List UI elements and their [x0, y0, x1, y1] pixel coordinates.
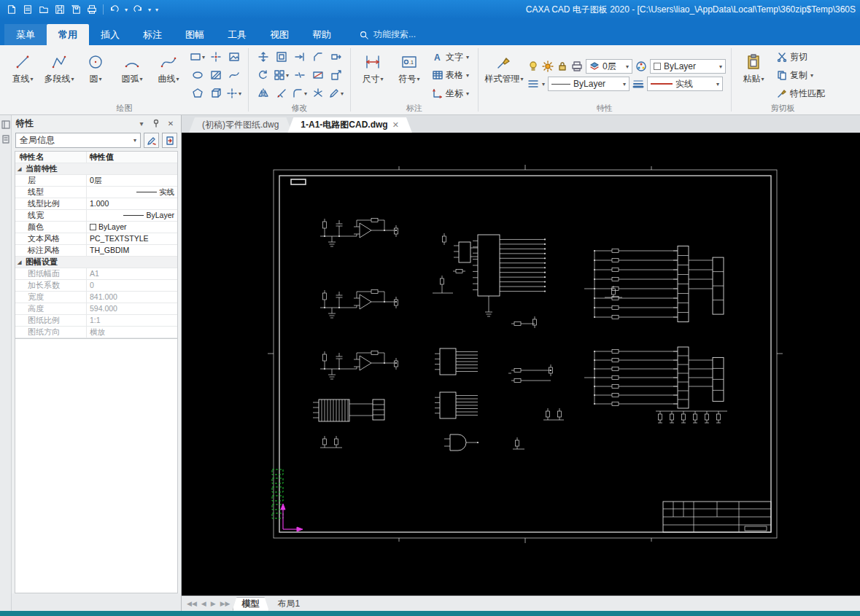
linetype-select[interactable]: ByLayer▾ — [548, 77, 629, 91]
bulb-icon[interactable] — [527, 61, 539, 72]
line-button[interactable]: 直线▾ — [6, 47, 39, 103]
rectangle-button[interactable]: ▾ — [188, 48, 206, 66]
save-icon[interactable] — [53, 2, 67, 17]
redo-caret-icon[interactable]: ▾ — [147, 7, 152, 13]
cut-button[interactable]: 剪切 — [773, 49, 829, 66]
tab-close-icon[interactable]: ✕ — [392, 120, 399, 130]
draw-extra-tools: ▾ ▾ — [188, 47, 243, 103]
chamfer-button[interactable] — [309, 48, 327, 66]
model-tab[interactable]: 模型 — [233, 597, 269, 611]
panel-menu-caret-icon[interactable]: ▾ — [136, 117, 147, 129]
hatch-button[interactable] — [206, 66, 225, 85]
menu-tab-tools[interactable]: 工具 — [216, 24, 258, 45]
drawing-canvas[interactable] — [182, 133, 860, 596]
text-button[interactable]: A文字▾ — [429, 49, 473, 66]
menu-tab-dimension[interactable]: 标注 — [131, 24, 174, 45]
lock-icon[interactable] — [557, 61, 568, 72]
global-info-select[interactable]: 全局信息▾ — [15, 133, 141, 148]
array-button[interactable]: ▾ — [272, 66, 290, 85]
offset-button[interactable] — [272, 48, 290, 66]
point-button[interactable] — [206, 48, 225, 66]
edit-button[interactable]: ▾ — [327, 85, 345, 103]
extend-button[interactable] — [290, 48, 309, 66]
mirror-button[interactable] — [254, 85, 272, 103]
linetype-list-icon[interactable] — [527, 78, 539, 90]
lineweight-select[interactable]: 实线▾ — [647, 77, 723, 91]
polyline-button[interactable]: 多段线▾ — [42, 47, 76, 103]
next-sheet-icon[interactable]: ▶ — [209, 600, 218, 607]
edit-properties-button[interactable] — [144, 133, 159, 148]
polygon-button[interactable] — [188, 85, 206, 103]
menu-tab-view[interactable]: 视图 — [258, 24, 301, 45]
move-button[interactable] — [254, 48, 272, 66]
open-folder-icon[interactable] — [36, 2, 51, 17]
table-button[interactable]: 表格▾ — [429, 67, 473, 84]
paste-button[interactable]: 粘贴▾ — [737, 47, 770, 103]
undo-icon[interactable] — [107, 2, 122, 17]
color-wheel-icon[interactable] — [635, 61, 647, 72]
trim-button[interactable] — [272, 85, 290, 103]
rotate-button[interactable] — [254, 66, 272, 85]
sketch-button[interactable] — [225, 66, 243, 85]
import-settings-button[interactable] — [162, 133, 177, 148]
pin-icon[interactable] — [150, 117, 162, 129]
layout1-tab[interactable]: 布局1 — [269, 597, 309, 611]
stretch-button[interactable] — [327, 48, 345, 66]
menu-tab-sheet[interactable]: 图幅 — [174, 24, 216, 45]
color-select[interactable]: ByLayer▾ — [650, 59, 726, 74]
print-icon[interactable] — [85, 2, 99, 17]
printer-icon[interactable] — [571, 61, 583, 72]
stretch-icon — [330, 51, 342, 63]
ribbon-group-clipboard: 粘贴▾ 剪切 复制▾ 特性匹配 剪切板 — [732, 45, 833, 114]
layer-select[interactable]: 0层▾ — [586, 59, 632, 74]
array-icon — [274, 69, 285, 81]
panel-close-icon[interactable]: ✕ — [165, 117, 177, 129]
last-sheet-icon[interactable]: ▶▶ — [218, 600, 233, 607]
palette-tab-icon[interactable] — [1, 134, 11, 144]
block-button[interactable] — [206, 85, 225, 103]
explode-icon — [312, 87, 324, 99]
menu-tab-help[interactable]: 帮助 — [301, 24, 343, 45]
prev-sheet-icon[interactable]: ◀ — [199, 600, 209, 607]
extend-icon — [294, 51, 306, 63]
sun-icon[interactable] — [542, 61, 554, 72]
doc-tab-circuit[interactable]: 1-A1-电路图CAD.dwg✕ — [287, 117, 412, 133]
lineweight-list-icon[interactable] — [632, 78, 644, 90]
erase-button[interactable] — [309, 66, 327, 85]
image-icon — [228, 51, 240, 63]
panel-handle-icon[interactable] — [1, 120, 11, 130]
menu-tab-insert[interactable]: 插入 — [89, 24, 131, 45]
arc-button[interactable]: 圆弧▾ — [115, 47, 149, 103]
function-search[interactable]: 功能搜索... — [359, 24, 416, 45]
menu-tab-menu[interactable]: 菜单 — [4, 24, 47, 45]
annotate-extra: A文字▾ 表格▾ 坐标▾ — [429, 47, 473, 103]
doc-tab-parts[interactable]: (初稿)零件图纸.dwg — [189, 117, 292, 133]
undo-caret-icon[interactable]: ▾ — [123, 7, 129, 13]
property-row-lineweight: 线宽ByLayer — [15, 210, 177, 222]
symbol-button[interactable]: .1 符号▾ — [392, 47, 426, 103]
explode-button[interactable] — [309, 85, 327, 103]
scale-button[interactable] — [327, 66, 345, 85]
break-button[interactable] — [290, 66, 309, 85]
circle-button[interactable]: 圆▾ — [79, 47, 112, 103]
fillet-button[interactable]: ▾ — [290, 85, 309, 103]
menu-tab-common[interactable]: 常用 — [47, 24, 89, 45]
image-button[interactable] — [225, 48, 243, 66]
save-all-icon[interactable] — [69, 2, 83, 17]
ellipse-button[interactable] — [188, 66, 206, 85]
quick-access-caret-icon[interactable]: ▾ — [154, 7, 160, 13]
side-strip — [0, 115, 12, 611]
centerline-button[interactable]: ▾ — [225, 85, 243, 103]
spline-button[interactable]: 曲线▾ — [152, 47, 185, 103]
modify-tools: ▾ ▾ ▾ — [254, 47, 345, 103]
style-manager-button[interactable]: 样式管理▾ — [484, 47, 524, 103]
coordinate-button[interactable]: 坐标▾ — [429, 85, 473, 102]
redo-icon[interactable] — [131, 2, 145, 17]
app-logo-icon[interactable] — [4, 2, 19, 17]
match-properties-button[interactable]: 特性匹配 — [773, 85, 829, 102]
dimension-button[interactable]: 尺寸▾ — [356, 47, 390, 103]
new-file-icon[interactable] — [20, 2, 35, 17]
titlebar-separator — [103, 4, 104, 15]
copy-button[interactable]: 复制▾ — [773, 67, 829, 84]
first-sheet-icon[interactable]: ◀◀ — [185, 600, 199, 607]
